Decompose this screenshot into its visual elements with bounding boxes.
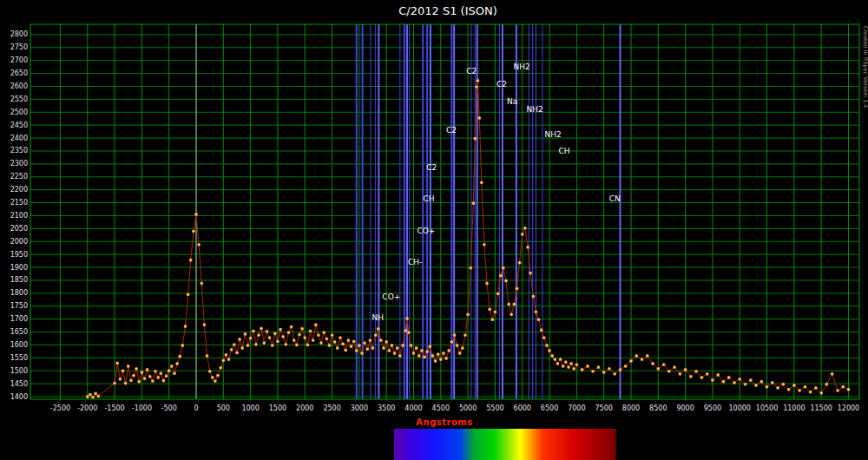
y-tick-label: 2450 bbox=[10, 122, 28, 129]
data-point-core bbox=[141, 371, 143, 373]
data-point-core bbox=[541, 329, 542, 331]
data-point-core bbox=[519, 262, 521, 264]
data-point-core bbox=[832, 373, 833, 375]
data-point-core bbox=[424, 357, 425, 358]
data-point-core bbox=[128, 365, 129, 367]
y-tick-label: 1750 bbox=[10, 302, 28, 310]
data-point-core bbox=[555, 358, 556, 360]
data-point-core bbox=[473, 202, 475, 204]
data-point-core bbox=[201, 283, 203, 285]
data-point-core bbox=[279, 329, 281, 331]
data-point-core bbox=[443, 352, 444, 354]
data-point-core bbox=[514, 304, 516, 306]
data-point-core bbox=[426, 351, 428, 352]
data-point-core bbox=[231, 349, 233, 351]
data-point-core bbox=[122, 370, 124, 371]
data-point-core bbox=[562, 365, 564, 367]
data-point-core bbox=[135, 368, 137, 370]
data-point-core bbox=[320, 342, 322, 344]
data-point-core bbox=[733, 382, 735, 384]
data-point-core bbox=[272, 345, 273, 346]
data-point-core bbox=[497, 293, 499, 295]
data-point-core bbox=[529, 273, 531, 274]
data-point-core bbox=[557, 363, 559, 365]
spectrum-chart: 1400145015001550160016501700175018001850… bbox=[0, 0, 868, 460]
data-point-core bbox=[301, 328, 303, 330]
y-tick-label: 1700 bbox=[10, 315, 28, 323]
x-tick-label: 7000 bbox=[568, 404, 585, 412]
data-point-core bbox=[421, 350, 423, 352]
data-point-core bbox=[98, 396, 100, 398]
data-point-core bbox=[750, 379, 752, 381]
data-point-core bbox=[282, 336, 284, 338]
data-point-core bbox=[394, 352, 396, 354]
data-point-core bbox=[674, 366, 675, 368]
data-point-core bbox=[233, 344, 235, 345]
data-point-core bbox=[486, 283, 488, 285]
data-point-core bbox=[372, 347, 374, 349]
x-tick-label: 500 bbox=[217, 404, 230, 412]
data-point-core bbox=[608, 368, 610, 370]
data-point-core bbox=[536, 312, 537, 313]
data-point-core bbox=[264, 342, 266, 344]
data-point-core bbox=[489, 309, 490, 311]
data-point-core bbox=[495, 312, 496, 313]
data-point-core bbox=[549, 350, 550, 352]
y-tick-label: 1550 bbox=[10, 354, 28, 362]
y-tick-label: 1950 bbox=[10, 251, 28, 259]
x-axis-title: Angstroms bbox=[416, 417, 472, 427]
data-point-core bbox=[728, 377, 730, 378]
data-point-core bbox=[323, 332, 325, 333]
x-tick-label: 4500 bbox=[432, 404, 450, 412]
data-point-core bbox=[351, 345, 352, 347]
data-point-core bbox=[404, 330, 406, 332]
data-point-core bbox=[406, 318, 408, 319]
data-point-core bbox=[690, 376, 692, 378]
data-point-core bbox=[815, 387, 817, 389]
y-tick-label: 1400 bbox=[10, 393, 28, 401]
x-tick-label: 6500 bbox=[541, 404, 558, 412]
data-point-core bbox=[258, 334, 260, 336]
y-tick-label: 2650 bbox=[10, 69, 28, 77]
data-point-core bbox=[296, 345, 298, 346]
data-point-core bbox=[625, 365, 627, 367]
data-point-core bbox=[209, 371, 211, 372]
data-point-core bbox=[329, 345, 331, 346]
data-point-core bbox=[163, 380, 165, 382]
data-point-core bbox=[198, 244, 200, 246]
data-point-core bbox=[516, 288, 518, 290]
data-point-core bbox=[334, 341, 336, 343]
data-point-core bbox=[560, 358, 562, 360]
data-point-core bbox=[385, 341, 387, 343]
x-tick-label: 8000 bbox=[622, 404, 640, 412]
data-point-core bbox=[658, 368, 660, 370]
data-point-core bbox=[538, 319, 540, 320]
data-point-core bbox=[508, 304, 510, 306]
x-tick-label: 5000 bbox=[459, 404, 477, 412]
y-tick-label: 2150 bbox=[10, 199, 28, 207]
x-tick-label: 11000 bbox=[783, 404, 805, 412]
data-point-core bbox=[418, 355, 420, 357]
data-point-core bbox=[391, 345, 393, 346]
x-tick-label: 11500 bbox=[810, 404, 832, 412]
data-point-core bbox=[241, 347, 243, 349]
data-point-core bbox=[570, 363, 572, 365]
data-point-core bbox=[332, 334, 333, 336]
data-point-core bbox=[345, 350, 346, 352]
data-point-core bbox=[356, 350, 358, 352]
data-point-core bbox=[437, 353, 439, 355]
data-point-core bbox=[304, 337, 306, 338]
data-point-core bbox=[274, 333, 276, 335]
data-point-core bbox=[492, 319, 494, 320]
data-point-core bbox=[399, 355, 401, 357]
rspec-spectrum-window: 1400145015001550160016501700175018001850… bbox=[0, 0, 868, 460]
data-point-core bbox=[848, 389, 850, 391]
data-point-core bbox=[255, 344, 257, 345]
data-point-core bbox=[435, 360, 437, 362]
data-point-core bbox=[668, 371, 670, 372]
data-point-core bbox=[250, 338, 252, 339]
data-point-core bbox=[476, 86, 477, 88]
data-point-core bbox=[470, 267, 471, 269]
data-point-core bbox=[120, 378, 122, 380]
y-tick-label: 2000 bbox=[10, 238, 28, 246]
